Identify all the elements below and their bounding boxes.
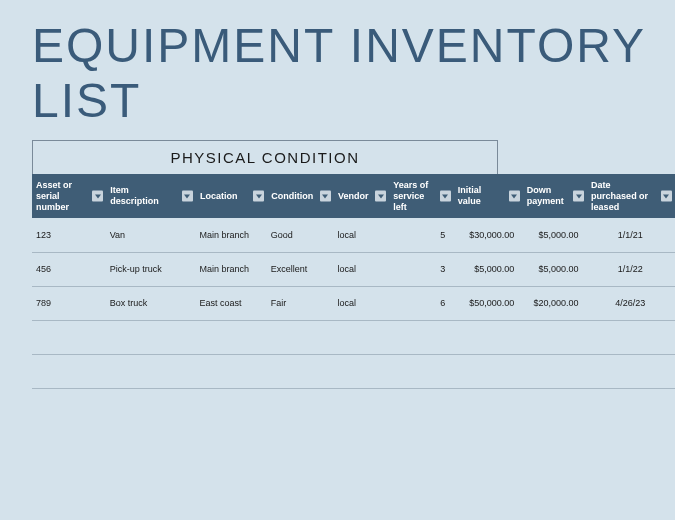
cell-vendor: local xyxy=(333,286,388,320)
cell-asset: 123 xyxy=(32,218,106,252)
cell-down: $20,000.00 xyxy=(522,286,586,320)
cell-years: 3 xyxy=(389,252,453,286)
cell-desc: Van xyxy=(106,218,196,252)
col-label: Item description xyxy=(110,185,177,207)
cell-condition: Fair xyxy=(267,286,334,320)
col-label: Vendor xyxy=(338,191,369,202)
col-label: Initial value xyxy=(458,185,504,207)
col-initial[interactable]: Initial value xyxy=(453,174,522,218)
col-label: Location xyxy=(200,191,238,202)
table-row[interactable]: 456 Pick-up truck Main branch Excellent … xyxy=(32,252,675,286)
col-date[interactable]: Date purchased or leased xyxy=(587,174,674,218)
cell-date: 1/1/22 xyxy=(587,252,674,286)
col-vendor[interactable]: Vendor xyxy=(333,174,388,218)
filter-icon[interactable] xyxy=(661,191,672,202)
col-label: Down payment xyxy=(527,185,568,207)
table-scroll[interactable]: Asset or serial number Item description … xyxy=(32,174,675,389)
cell-down: $5,000.00 xyxy=(522,218,586,252)
table-row[interactable]: 789 Box truck East coast Fair local 6 $5… xyxy=(32,286,675,320)
cell-date: 1/1/21 xyxy=(587,218,674,252)
col-desc[interactable]: Item description xyxy=(106,174,196,218)
col-asset[interactable]: Asset or serial number xyxy=(32,174,106,218)
empty-cell xyxy=(32,320,675,354)
col-label: Date purchased or leased xyxy=(591,180,655,212)
cell-condition: Excellent xyxy=(267,252,334,286)
cell-initial: $5,000.00 xyxy=(453,252,522,286)
cell-location: Main branch xyxy=(195,218,266,252)
filter-icon[interactable] xyxy=(440,191,451,202)
cell-asset: 789 xyxy=(32,286,106,320)
inventory-table: Asset or serial number Item description … xyxy=(32,174,675,389)
filter-icon[interactable] xyxy=(92,191,103,202)
filter-icon[interactable] xyxy=(182,191,193,202)
empty-cell xyxy=(32,354,675,388)
col-down[interactable]: Down payment xyxy=(522,174,586,218)
col-label: Years of service left xyxy=(393,180,434,212)
cell-desc: Box truck xyxy=(106,286,196,320)
cell-date: 4/26/23 xyxy=(587,286,674,320)
filter-icon[interactable] xyxy=(573,191,584,202)
page-title: EQUIPMENT INVENTORY LIST xyxy=(0,0,675,140)
section-header: PHYSICAL CONDITION xyxy=(32,140,498,174)
cell-years: 5 xyxy=(389,218,453,252)
cell-vendor: local xyxy=(333,218,388,252)
table-container: PHYSICAL CONDITION Asset or serial numbe… xyxy=(32,140,675,389)
cell-location: Main branch xyxy=(195,252,266,286)
filter-icon[interactable] xyxy=(509,191,520,202)
table-row-blank[interactable] xyxy=(32,354,675,388)
col-label: Condition xyxy=(271,191,313,202)
table-body: 123 Van Main branch Good local 5 $30,000… xyxy=(32,218,675,388)
cell-condition: Good xyxy=(267,218,334,252)
cell-vendor: local xyxy=(333,252,388,286)
cell-down: $5,000.00 xyxy=(522,252,586,286)
filter-icon[interactable] xyxy=(253,191,264,202)
cell-initial: $30,000.00 xyxy=(453,218,522,252)
col-label: Asset or serial number xyxy=(36,180,87,212)
cell-location: East coast xyxy=(195,286,266,320)
cell-years: 6 xyxy=(389,286,453,320)
cell-initial: $50,000.00 xyxy=(453,286,522,320)
filter-icon[interactable] xyxy=(320,191,331,202)
col-condition[interactable]: Condition xyxy=(267,174,334,218)
table-row[interactable]: 123 Van Main branch Good local 5 $30,000… xyxy=(32,218,675,252)
cell-desc: Pick-up truck xyxy=(106,252,196,286)
table-row-blank[interactable] xyxy=(32,320,675,354)
cell-asset: 456 xyxy=(32,252,106,286)
col-years[interactable]: Years of service left xyxy=(389,174,453,218)
filter-icon[interactable] xyxy=(375,191,386,202)
col-location[interactable]: Location xyxy=(195,174,266,218)
header-row: Asset or serial number Item description … xyxy=(32,174,675,218)
